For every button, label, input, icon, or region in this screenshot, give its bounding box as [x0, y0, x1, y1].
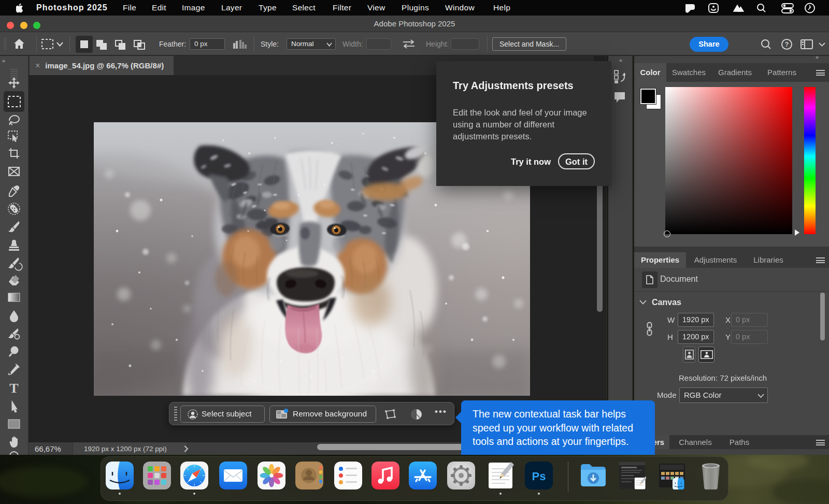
svg-text:T: T [9, 381, 18, 396]
svg-text:?: ? [785, 41, 789, 48]
svg-text:Ps: Ps [532, 470, 546, 483]
